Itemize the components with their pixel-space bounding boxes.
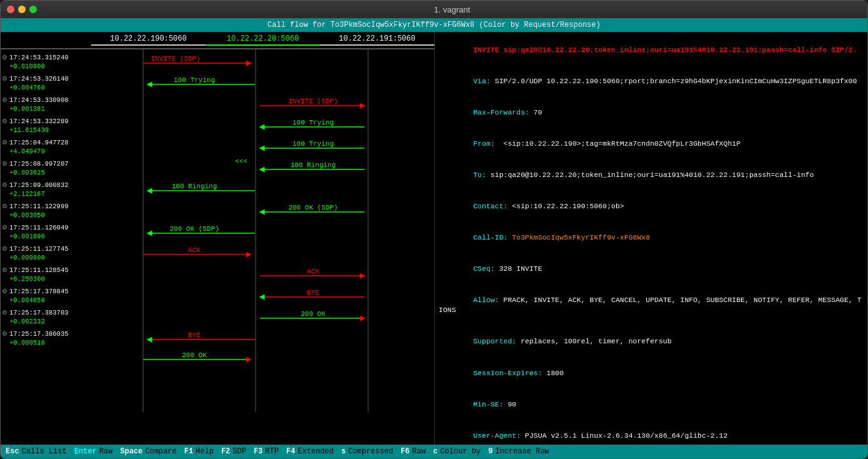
label-9: Increase Raw — [495, 447, 549, 456]
bottom-bar: Esc Calls List Enter Raw Space Compare F… — [1, 445, 867, 458]
svg-text:17:25:04.947728: 17:25:04.947728 — [9, 139, 69, 146]
svg-text:+4.049479: +4.049479 — [9, 148, 45, 155]
key-c: c — [433, 447, 437, 456]
left-panel: 10.22.22.190:5060 10.22.22.20:5060 10.22… — [1, 32, 435, 445]
svg-text:200 OK: 200 OK — [301, 310, 326, 318]
sip-useragent: User-Agent: PJSUA v2.5.1 Linux-2.6.34.13… — [439, 420, 864, 445]
svg-text:180 Ringing: 180 Ringing — [172, 183, 217, 190]
key-9: 9 — [488, 447, 492, 456]
svg-text:17:25:08.997207: 17:25:08.997207 — [9, 160, 69, 168]
host1-label: 10.22.22.190:5060 — [91, 34, 206, 46]
main-window: 1. vagrant Call flow for To3PkmSocIqw5xF… — [0, 0, 868, 459]
svg-text:+0.001696: +0.001696 — [9, 233, 45, 240]
traffic-lights — [7, 6, 37, 13]
key-space: Space — [120, 447, 142, 456]
sip-minse: Min-SE: 90 — [439, 389, 864, 420]
svg-text:⚙: ⚙ — [2, 76, 7, 83]
maximize-button[interactable] — [29, 6, 37, 13]
svg-text:17:25:17.383703: 17:25:17.383703 — [9, 309, 69, 316]
svg-text:INVITE (SDP): INVITE (SDP) — [151, 55, 200, 63]
svg-text:17:25:11.127745: 17:25:11.127745 — [9, 245, 69, 253]
sip-via: Via: SIP/2.0/UDP 10.22.22.190:5060;rport… — [439, 66, 864, 97]
sip-from: From: <sip:10.22.22.190>;tag=mkRtMza7cnd… — [439, 128, 864, 159]
svg-text:ACK: ACK — [307, 268, 319, 275]
label-f2: SDP — [232, 447, 246, 456]
svg-text:17:25:17.386035: 17:25:17.386035 — [9, 330, 69, 338]
svg-text:⚙: ⚙ — [2, 161, 7, 168]
label-c: Colour by — [440, 447, 481, 456]
svg-text:+0.004768: +0.004768 — [9, 84, 45, 91]
svg-text:+0.003050: +0.003050 — [9, 211, 45, 219]
svg-text:⚙: ⚙ — [2, 246, 7, 253]
sip-to: To: sip:qa20@10.22.22.20;token_inline;ou… — [439, 159, 864, 191]
label-s: Compressed — [348, 447, 393, 456]
svg-text:⚙: ⚙ — [2, 331, 7, 338]
host2-label: 10.22.22.20:5060 — [206, 34, 320, 46]
svg-text:180 Ringing: 180 Ringing — [291, 161, 336, 169]
sip-contact: Contact: <sip:10.22.22.190:5060;ob> — [439, 191, 864, 222]
svg-text:⚙: ⚙ — [2, 97, 7, 104]
sip-cseq: CSeq: 328 INVITE — [439, 253, 864, 285]
key-f1: F1 — [184, 447, 193, 456]
key-f2: F2 — [221, 447, 230, 456]
svg-text:⚙: ⚙ — [2, 288, 7, 295]
svg-text:+2.122167: +2.122167 — [9, 190, 45, 198]
svg-text:BYE: BYE — [307, 289, 319, 296]
svg-text:200 OK (SDP): 200 OK (SDP) — [288, 204, 337, 211]
svg-text:+11.615439: +11.615439 — [9, 126, 49, 134]
window-title: 1. vagrant — [43, 5, 861, 14]
header-bar: Call flow for To3PkmSocIqw5xFkyrIKff9v-x… — [1, 18, 867, 32]
key-f4: F4 — [286, 447, 295, 456]
sip-first-line: INVITE sip:qa20@10.22.22.20;token_inline… — [439, 34, 864, 66]
svg-text:+0.002332: +0.002332 — [9, 318, 45, 325]
svg-text:⚙: ⚙ — [2, 203, 7, 210]
svg-text:⚙: ⚙ — [2, 54, 7, 61]
minimize-button[interactable] — [18, 6, 26, 13]
svg-text:⚙: ⚙ — [2, 310, 7, 316]
host3-label: 10.22.22.191:5060 — [320, 34, 434, 46]
label-space: Compare — [145, 447, 176, 456]
label-f4: Extended — [297, 447, 334, 456]
key-f6: F6 — [401, 447, 409, 456]
titlebar: 1. vagrant — [1, 1, 867, 18]
right-panel[interactable]: INVITE sip:qa20@10.22.22.20;token_inline… — [435, 32, 867, 445]
svg-text:200 OK (SDP): 200 OK (SDP) — [169, 225, 219, 233]
svg-text:17:25:09.000832: 17:25:09.000832 — [9, 181, 69, 189]
svg-text:200 OK: 200 OK — [182, 351, 207, 359]
svg-text:+0.000516: +0.000516 — [9, 339, 45, 346]
left-inner: 10.22.22.190:5060 10.22.22.20:5060 10.22… — [1, 32, 434, 445]
label-enter: Raw — [99, 447, 113, 456]
svg-text:17:24:53.315240: 17:24:53.315240 — [9, 54, 69, 61]
entries-area[interactable]: ⚙ 17:24:53.315240 INVITE (SDP) +0.010900… — [1, 49, 434, 445]
svg-text:⚙: ⚙ — [2, 267, 7, 274]
svg-text:17:25:11.122999: 17:25:11.122999 — [9, 203, 69, 210]
sip-supported: Supported: replaces, 100rel, timer, nore… — [439, 326, 864, 358]
svg-text:⚙: ⚙ — [2, 224, 7, 231]
key-s: s — [341, 447, 346, 456]
close-button[interactable] — [7, 6, 14, 13]
key-enter: Enter — [74, 447, 97, 456]
svg-text:100 Trying: 100 Trying — [174, 76, 215, 84]
header-text: Call flow for To3PkmSocIqw5xFkyrIKff9v-x… — [267, 21, 601, 29]
svg-text:INVITE (SDP): INVITE (SDP) — [288, 98, 337, 105]
sip-session-expires: Session-Expires: 1800 — [439, 358, 864, 389]
svg-text:+0.004858: +0.004858 — [9, 296, 45, 304]
time-col-spacer — [1, 34, 91, 46]
svg-text:<<<: <<< — [235, 158, 247, 165]
svg-text:17:25:11.128545: 17:25:11.128545 — [9, 266, 69, 274]
svg-text:⚙: ⚙ — [2, 118, 7, 125]
hosts-row: 10.22.22.190:5060 10.22.22.20:5060 10.22… — [1, 32, 434, 49]
label-f6: Raw — [412, 447, 426, 456]
key-f3: F3 — [254, 447, 262, 456]
key-esc: Esc — [6, 447, 19, 456]
svg-text:BYE: BYE — [188, 331, 201, 339]
svg-text:+0.001381: +0.001381 — [9, 105, 45, 113]
main-content: 10.22.22.190:5060 10.22.22.20:5060 10.22… — [1, 32, 867, 445]
svg-text:17:24:53.330908: 17:24:53.330908 — [9, 96, 69, 104]
svg-text:+0.003625: +0.003625 — [9, 169, 45, 176]
flow-svg: ⚙ 17:24:53.315240 INVITE (SDP) +0.010900… — [1, 49, 434, 412]
svg-text:⚙: ⚙ — [2, 139, 7, 146]
label-f3: RTP — [265, 447, 279, 456]
svg-text:17:25:17.378845: 17:25:17.378845 — [9, 288, 69, 295]
svg-text:ACK: ACK — [188, 246, 201, 254]
